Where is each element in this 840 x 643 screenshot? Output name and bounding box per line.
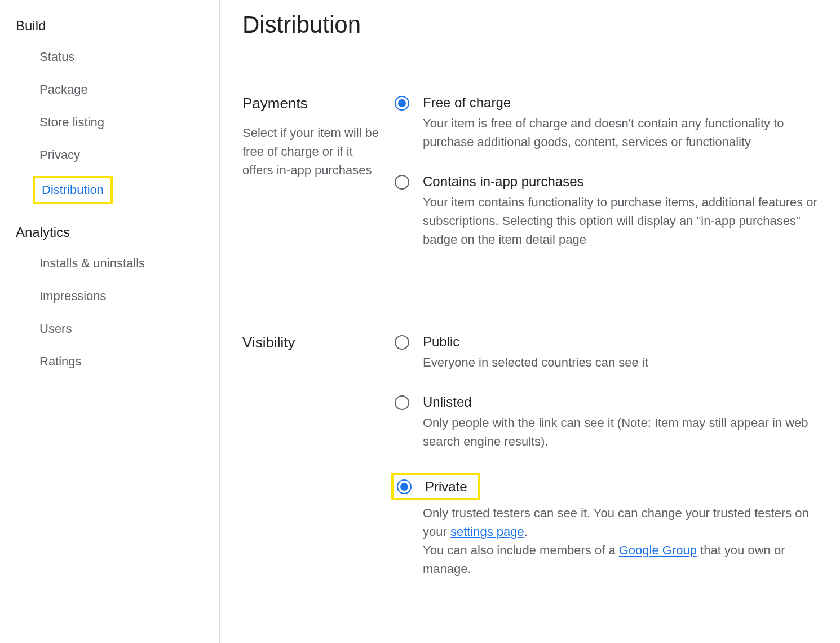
option-iap-label: Contains in-app purchases xyxy=(423,174,817,190)
option-unlisted-content: Unlisted Only people with the link can s… xyxy=(423,394,817,451)
option-public-label: Public xyxy=(423,334,817,350)
option-private-desc: Only trusted testers can see it. You can… xyxy=(423,504,817,578)
sidebar-highlight-distribution: Distribution xyxy=(33,176,113,204)
sidebar-item-users[interactable]: Users xyxy=(0,312,219,345)
link-google-group[interactable]: Google Group xyxy=(619,543,697,557)
section-visibility-left: Visibility xyxy=(242,334,395,578)
section-payments: Payments Select if your item will be fre… xyxy=(242,95,817,294)
option-public-desc: Everyone in selected countries can see i… xyxy=(423,353,817,372)
radio-public[interactable] xyxy=(395,335,409,350)
sidebar-section-analytics: Analytics xyxy=(0,218,219,247)
section-visibility: Visibility Public Everyone in selected c… xyxy=(242,334,817,623)
option-iap-content: Contains in-app purchases Your item cont… xyxy=(423,174,817,249)
option-iap-desc: Your item contains functionality to purc… xyxy=(423,193,817,249)
option-public-content: Public Everyone in selected countries ca… xyxy=(423,334,817,372)
payments-title: Payments xyxy=(242,95,383,112)
option-unlisted: Unlisted Only people with the link can s… xyxy=(395,394,817,451)
option-public: Public Everyone in selected countries ca… xyxy=(395,334,817,372)
option-private-highlight: Private xyxy=(391,473,480,500)
sidebar-item-store-listing[interactable]: Store listing xyxy=(0,106,219,139)
sidebar-item-ratings[interactable]: Ratings xyxy=(0,345,219,378)
option-free-desc: Your item is free of charge and doesn't … xyxy=(423,114,817,151)
sidebar-item-impressions[interactable]: Impressions xyxy=(0,280,219,312)
option-free: Free of charge Your item is free of char… xyxy=(395,95,817,151)
private-desc-line2-pre: You can also include members of a xyxy=(423,543,619,557)
link-settings-page[interactable]: settings page xyxy=(450,525,524,539)
option-private: Private Only trusted testers can see it.… xyxy=(395,473,817,578)
option-private-label: Private xyxy=(425,479,467,495)
section-visibility-right: Public Everyone in selected countries ca… xyxy=(395,334,817,578)
radio-unlisted[interactable] xyxy=(395,395,409,410)
sidebar-item-privacy[interactable]: Privacy xyxy=(0,139,219,171)
option-unlisted-label: Unlisted xyxy=(423,394,817,410)
main-content: Distribution Payments Select if your ite… xyxy=(220,0,840,643)
private-desc-mid: . xyxy=(524,525,528,539)
radio-iap[interactable] xyxy=(395,175,409,190)
sidebar-section-build: Build xyxy=(0,11,219,41)
radio-private[interactable] xyxy=(397,479,412,494)
section-payments-left: Payments Select if your item will be fre… xyxy=(242,95,395,249)
option-free-label: Free of charge xyxy=(423,95,817,111)
sidebar-item-distribution[interactable]: Distribution xyxy=(39,180,106,200)
option-iap: Contains in-app purchases Your item cont… xyxy=(395,174,817,249)
sidebar-item-installs[interactable]: Installs & uninstalls xyxy=(0,247,219,280)
radio-free[interactable] xyxy=(395,96,409,111)
sidebar: Build Status Package Store listing Priva… xyxy=(0,0,220,643)
page-title: Distribution xyxy=(242,11,817,38)
visibility-title: Visibility xyxy=(242,334,383,351)
section-payments-right: Free of charge Your item is free of char… xyxy=(395,95,817,249)
option-free-content: Free of charge Your item is free of char… xyxy=(423,95,817,151)
payments-hint: Select if your item will be free of char… xyxy=(242,124,383,179)
sidebar-item-package[interactable]: Package xyxy=(0,73,219,106)
option-unlisted-desc: Only people with the link can see it (No… xyxy=(423,413,817,451)
sidebar-item-status[interactable]: Status xyxy=(0,41,219,73)
